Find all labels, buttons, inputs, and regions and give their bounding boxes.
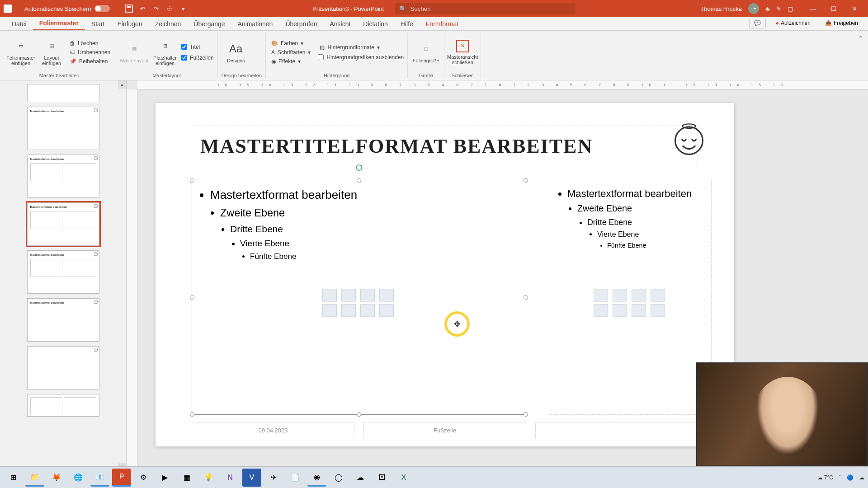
3d-icon[interactable] <box>651 289 665 301</box>
insert-placeholder-button[interactable]: ⊞Platzhalter einfügen <box>151 34 179 70</box>
qat-dropdown-icon[interactable]: ▾ <box>179 4 188 13</box>
tab-dictation[interactable]: Dictation <box>357 18 394 30</box>
app-icon[interactable]: 📄 <box>286 469 305 487</box>
smartart-icon[interactable] <box>632 289 646 301</box>
autosave-toggle[interactable] <box>94 5 110 12</box>
scroll-up-icon[interactable]: ▲ <box>118 80 126 89</box>
content-placeholder-right[interactable]: Mastertextformat bearbeiten Zweite Ebene… <box>549 180 712 415</box>
powerpoint-icon[interactable]: P <box>112 469 131 487</box>
layout-thumbnail[interactable]: Mastertitelformat bearbeiten <box>27 155 99 198</box>
app-icon[interactable]: ◯ <box>329 469 348 487</box>
horizontal-ruler[interactable]: 16 15 14 13 12 11 10 9 8 7 6 5 4 3 2 1 0… <box>137 80 868 89</box>
resize-handle[interactable] <box>190 412 194 417</box>
touch-mode-icon[interactable]: ☉ <box>165 4 174 13</box>
smiley-icon[interactable] <box>671 121 707 157</box>
resize-handle[interactable] <box>524 295 528 300</box>
insert-layout-button[interactable]: ▤Layout einfügen <box>37 34 66 70</box>
slide-number-placeholder[interactable] <box>535 422 698 438</box>
slide-title[interactable]: MASTERTITELFORMAT BEARBEITEN <box>200 135 593 158</box>
colors-dropdown[interactable]: 🎨 Farben ▾ <box>269 39 312 47</box>
content-insert-icons[interactable] <box>594 289 667 317</box>
video-icon[interactable] <box>632 304 646 317</box>
app-icon[interactable]: 💡 <box>199 469 218 487</box>
collapse-ribbon-icon[interactable]: ⌃ <box>858 35 863 42</box>
resize-handle[interactable] <box>524 178 528 183</box>
thumbnails-scrollbar[interactable]: ▲ ▼ <box>118 80 126 471</box>
table-icon[interactable] <box>322 289 337 301</box>
tab-ueberpruefen[interactable]: Überprüfen <box>279 18 323 30</box>
tab-einfuegen[interactable]: Einfügen <box>111 18 148 30</box>
3d-icon[interactable] <box>379 289 394 301</box>
rotate-handle-icon[interactable] <box>355 164 363 171</box>
tray-icon[interactable]: ☁ <box>859 474 864 481</box>
record-button[interactable]: ●Aufzeichnen <box>771 18 815 28</box>
resize-handle[interactable] <box>357 178 361 183</box>
close-button[interactable]: ✕ <box>844 2 864 15</box>
chart-icon[interactable] <box>613 289 627 301</box>
hide-bg-graphics-checkbox[interactable]: Hintergrundgrafiken ausblenden <box>318 54 404 61</box>
obs-icon[interactable]: ◉ <box>307 469 326 487</box>
tray-chevron-icon[interactable]: ˄ <box>839 474 841 481</box>
resize-handle[interactable] <box>190 295 194 300</box>
picture-icon[interactable] <box>322 304 337 317</box>
tab-uebergaenge[interactable]: Übergänge <box>187 18 231 30</box>
window-icon[interactable]: ▢ <box>788 5 793 12</box>
picture-icon[interactable] <box>594 304 608 317</box>
tab-zeichnen[interactable]: Zeichnen <box>149 18 188 30</box>
maximize-button[interactable]: ☐ <box>824 2 844 15</box>
tab-ansicht[interactable]: Ansicht <box>323 18 357 30</box>
app-icon[interactable]: ☁ <box>351 469 370 487</box>
save-icon[interactable] <box>124 4 133 13</box>
layout-thumbnail-selected[interactable]: Mastertitelformat bearbeiten <box>27 202 99 246</box>
layout-thumbnail[interactable] <box>27 346 99 389</box>
comments-button[interactable]: 💬 <box>749 18 766 28</box>
onenote-icon[interactable]: N <box>221 469 240 487</box>
table-icon[interactable] <box>594 289 608 301</box>
online-picture-icon[interactable] <box>613 304 627 317</box>
user-avatar[interactable]: TH <box>748 3 759 14</box>
insert-slide-master-button[interactable]: ▭Folienmaster einfügen <box>6 34 35 70</box>
minimize-button[interactable]: — <box>803 2 823 15</box>
weather-widget[interactable]: ☁ 7°C <box>817 474 833 481</box>
layout-thumbnail[interactable] <box>27 84 99 102</box>
footers-checkbox[interactable]: Fußzeilen <box>181 55 214 61</box>
content-insert-icons[interactable] <box>322 289 396 317</box>
app-icon[interactable]: ▦ <box>177 469 196 487</box>
user-name[interactable]: Thomas Hruska <box>700 5 742 12</box>
online-picture-icon[interactable] <box>341 304 356 317</box>
tab-animationen[interactable]: Animationen <box>231 18 279 30</box>
smartart-icon[interactable] <box>360 289 375 301</box>
telegram-icon[interactable]: ✈ <box>264 469 283 487</box>
diamond-icon[interactable]: ◈ <box>765 5 770 12</box>
text-bullets[interactable]: Mastertextformat bearbeiten Zweite Ebene… <box>549 180 711 256</box>
content-placeholder-left[interactable]: Mastertextformat bearbeiten Zweite Ebene… <box>192 180 526 415</box>
share-button[interactable]: 📤 Freigeben <box>821 18 863 28</box>
slide-size-button[interactable]: ⬚Foliengröße <box>411 34 440 70</box>
rename-button[interactable]: 🏷 Umbenennen <box>68 48 112 56</box>
background-styles-dropdown[interactable]: ▨ Hintergrundformate ▾ <box>318 43 404 52</box>
app-icon[interactable]: V <box>242 469 261 487</box>
effects-dropdown[interactable]: ◉ Effekte ▾ <box>269 57 312 66</box>
windows-taskbar[interactable]: ⊞ 📁 🦊 🌐 📧 P ⚙ ▶ ▦ 💡 N V ✈ 📄 ◉ ◯ ☁ 🖼 X ☁ … <box>0 466 868 488</box>
icon-icon[interactable] <box>379 304 394 317</box>
tab-hilfe[interactable]: Hilfe <box>394 18 420 30</box>
title-checkbox[interactable]: Titel <box>181 44 214 50</box>
chart-icon[interactable] <box>341 289 356 301</box>
fonts-dropdown[interactable]: A Schriftarten ▾ <box>269 48 312 56</box>
app-icon[interactable]: ⚙ <box>134 469 153 487</box>
tab-formformat[interactable]: Formformat <box>420 18 465 30</box>
layout-thumbnail[interactable]: Mastertitelformat bearbeiten <box>27 107 99 150</box>
search-box[interactable]: 🔍 <box>395 3 576 14</box>
themes-button[interactable]: AaDesigns <box>222 34 250 70</box>
excel-icon[interactable]: X <box>394 469 413 487</box>
app-icon[interactable]: 🖼 <box>373 469 392 487</box>
title-placeholder[interactable]: MASTERTITELFORMAT BEARBEITEN <box>192 126 698 166</box>
pen-icon[interactable]: ✎ <box>776 5 781 12</box>
tab-start[interactable]: Start <box>85 18 111 30</box>
tray-icon[interactable]: 🔵 <box>847 474 854 481</box>
video-icon[interactable] <box>360 304 375 317</box>
firefox-icon[interactable]: 🦊 <box>47 469 66 487</box>
layout-thumbnail[interactable]: Mastertitelformat bearbeiten <box>27 250 99 294</box>
outlook-icon[interactable]: 📧 <box>90 469 109 487</box>
start-button[interactable]: ⊞ <box>4 469 23 487</box>
